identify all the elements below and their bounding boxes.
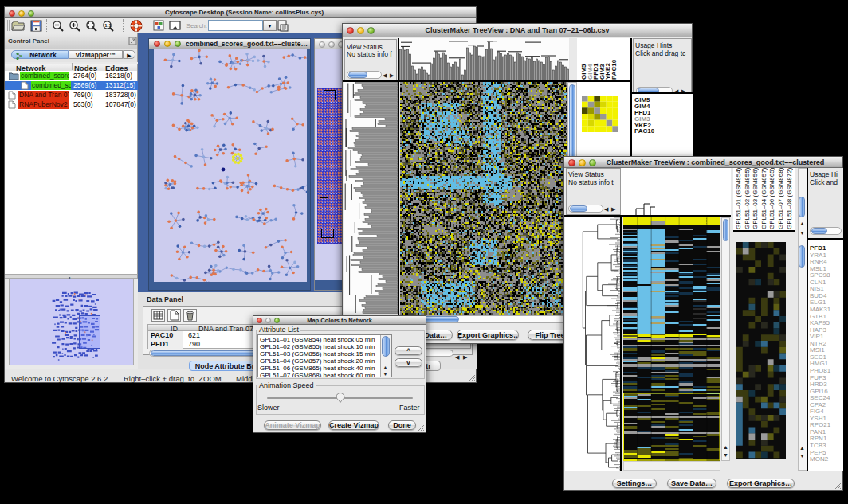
svg-text:1:1: 1:1	[104, 23, 112, 28]
